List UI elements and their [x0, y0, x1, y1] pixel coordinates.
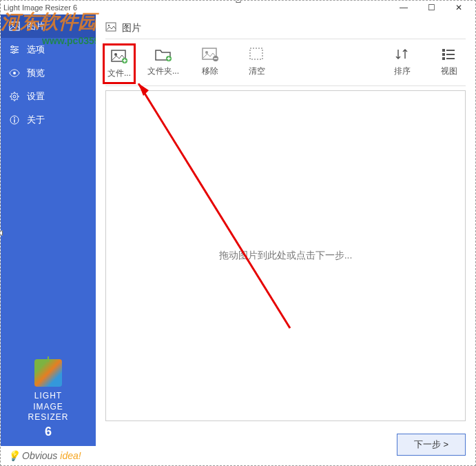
svg-rect-26	[442, 57, 445, 60]
drop-hint: 拖动图片到此处或点击下一步...	[219, 250, 353, 262]
close-button[interactable]: ✕	[445, 3, 473, 12]
image-remove-icon	[200, 46, 220, 63]
svg-point-10	[13, 95, 16, 98]
sidebar-item-label: 设置	[27, 90, 45, 103]
tool-label: 文件夹...	[147, 65, 179, 77]
logo-icon	[34, 359, 62, 387]
tool-label: 文件...	[107, 68, 131, 79]
svg-point-1	[12, 24, 13, 26]
sidebar: 图片 选项 预览 设置 关于	[1, 14, 96, 465]
svg-point-15	[108, 25, 110, 26]
svg-point-5	[12, 46, 14, 48]
svg-point-6	[15, 49, 17, 51]
sidebar-item-about[interactable]: 关于	[1, 108, 96, 132]
sidebar-item-label: 图片	[27, 20, 45, 32]
view-icon	[439, 46, 459, 63]
content: 图片 文件... 文件夹... 移除	[96, 14, 475, 465]
drop-area[interactable]: 拖动图片到此处或点击下一步...	[105, 90, 466, 421]
svg-point-17	[114, 53, 117, 56]
svg-rect-25	[442, 53, 445, 56]
clear-icon	[247, 46, 267, 63]
add-folder-button[interactable]: 文件夹...	[147, 46, 180, 77]
file-add-icon	[110, 48, 129, 65]
svg-point-7	[13, 52, 15, 54]
svg-rect-13	[14, 119, 14, 123]
sidebar-item-label: 关于	[27, 114, 45, 126]
svg-rect-23	[250, 48, 262, 59]
svg-rect-28	[446, 54, 455, 55]
folder-add-icon	[154, 46, 173, 63]
sliders-icon	[9, 44, 20, 55]
sort-icon	[393, 46, 412, 63]
eye-icon	[9, 68, 20, 79]
sort-button[interactable]: 排序	[386, 46, 419, 77]
add-file-button[interactable]: 文件...	[103, 43, 136, 84]
sidebar-item-label: 预览	[27, 67, 45, 79]
view-button[interactable]: 视图	[433, 46, 466, 77]
tool-label: 排序	[394, 65, 411, 77]
sidebar-item-label: 选项	[27, 43, 45, 56]
maximize-button[interactable]: ☐	[417, 3, 445, 12]
titlebar: Light Image Resizer 6 — ☐ ✕	[1, 1, 475, 14]
bulb-icon: 💡	[8, 450, 19, 461]
sidebar-item-images[interactable]: 图片	[1, 14, 96, 38]
svg-point-8	[13, 72, 16, 74]
tool-label: 清空	[249, 65, 265, 77]
tool-label: 视图	[441, 65, 457, 77]
toolbar: 文件... 文件夹... 移除 清空	[96, 39, 475, 85]
svg-rect-27	[446, 50, 455, 51]
app-logo: LIGHT IMAGE RESIZER 6	[1, 352, 96, 446]
image-icon	[9, 21, 20, 32]
svg-rect-29	[446, 58, 455, 59]
remove-button[interactable]: 移除	[194, 46, 227, 77]
tool-label: 移除	[202, 65, 218, 77]
svg-point-12	[14, 117, 15, 119]
info-icon	[9, 114, 20, 125]
gear-icon	[9, 91, 20, 102]
minimize-button[interactable]: —	[390, 3, 417, 12]
obviousidea-brand[interactable]: 💡 Obviousidea!	[1, 446, 96, 465]
app-title: Light Image Resizer 6	[3, 3, 77, 12]
sidebar-item-settings[interactable]: 设置	[1, 85, 96, 108]
page-title: 图片	[96, 14, 475, 39]
clear-button[interactable]: 清空	[240, 46, 273, 77]
svg-rect-24	[442, 49, 445, 52]
sidebar-item-preview[interactable]: 预览	[1, 61, 96, 85]
next-button[interactable]: 下一步 >	[397, 434, 466, 456]
sidebar-item-options[interactable]: 选项	[1, 38, 96, 61]
svg-point-21	[205, 51, 208, 54]
image-icon	[105, 21, 116, 34]
